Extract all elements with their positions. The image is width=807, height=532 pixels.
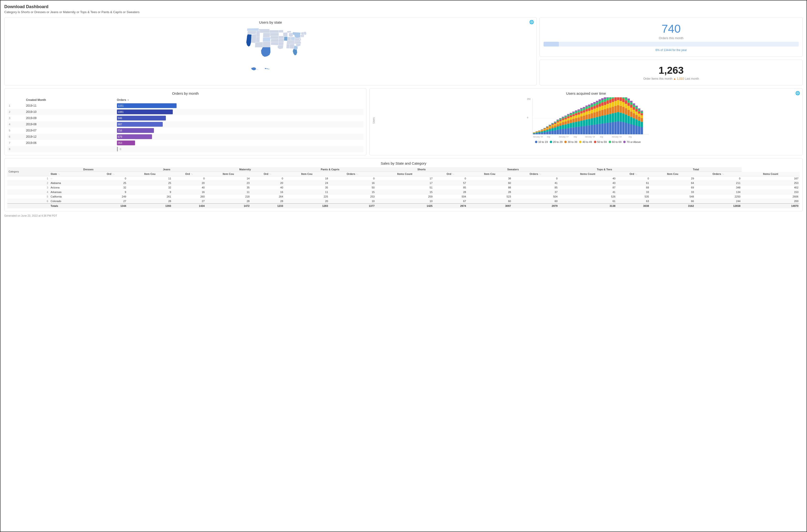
svg-rect-101 — [567, 120, 569, 124]
mat-items-header: Item Cou — [284, 172, 329, 176]
svg-rect-289 — [638, 121, 640, 127]
row-num: 6 — [7, 134, 24, 140]
svg-rect-255 — [625, 108, 627, 115]
svg-rect-96 — [564, 118, 567, 119]
svg-rect-196 — [601, 98, 603, 100]
svg-rect-114 — [572, 122, 575, 127]
y-axis-label: Users — [373, 97, 375, 144]
legend-item: 50 to 59 — [594, 140, 607, 144]
svg-rect-162 — [590, 125, 593, 134]
total-items-header: Items Count — [742, 172, 800, 176]
svg-rect-180 — [596, 105, 598, 108]
svg-text:January '17: January '17 — [559, 136, 569, 138]
svg-rect-204 — [606, 123, 609, 134]
order-bar-cell: 887 — [115, 121, 363, 127]
svg-rect-23 — [538, 132, 541, 133]
pants-items-header: Items Count — [376, 172, 434, 176]
svg-rect-99 — [567, 128, 569, 134]
svg-rect-79 — [559, 126, 561, 129]
state-cell: California — [50, 194, 94, 199]
svg-rect-171 — [593, 112, 596, 118]
svg-rect-29 — [541, 133, 543, 134]
users-over-time-card: Users acquired over time 🌐 Users 250 0 — [369, 88, 803, 155]
svg-rect-89 — [562, 118, 564, 120]
svg-rect-122 — [575, 118, 577, 122]
svg-rect-280 — [633, 103, 635, 105]
tops-ord-header: Ord ↑↓ — [617, 172, 650, 176]
svg-rect-213 — [609, 108, 611, 114]
svg-rect-183 — [598, 124, 601, 134]
svg-rect-153 — [585, 107, 588, 109]
order-items-card: 1,263 Order Items this month ▲ 1,010 Las… — [540, 60, 803, 86]
svg-rect-142 — [583, 120, 585, 126]
stats-column: 740 Orders this month 6% of 13444 for th… — [540, 17, 803, 86]
svg-rect-145 — [583, 110, 585, 113]
svg-rect-275 — [633, 118, 635, 125]
svg-rect-273 — [630, 101, 632, 102]
svg-rect-221 — [612, 102, 614, 107]
row-num: 8 — [7, 146, 24, 152]
svg-rect-140 — [580, 108, 582, 109]
svg-rect-87 — [562, 122, 564, 125]
svg-rect-195 — [601, 100, 603, 102]
svg-rect-147 — [583, 107, 585, 108]
order-month: 2019-06 — [24, 140, 115, 146]
svg-text:July: July — [574, 136, 577, 138]
svg-rect-156 — [588, 119, 590, 126]
svg-rect-164 — [590, 113, 593, 118]
svg-rect-177 — [596, 117, 598, 124]
svg-rect-108 — [569, 119, 572, 123]
svg-rect-65 — [554, 127, 556, 130]
svg-rect-43 — [546, 132, 548, 134]
svg-rect-254 — [625, 115, 627, 123]
order-bar-cell: 679 — [115, 134, 363, 140]
svg-rect-206 — [606, 108, 609, 115]
svg-text:January '19: January '19 — [612, 136, 622, 138]
order-bar-cell: 1081 — [115, 109, 363, 115]
svg-rect-144 — [583, 113, 585, 116]
mat-ord-header: Ord ↑↓ — [251, 172, 284, 176]
svg-rect-62 — [551, 124, 553, 124]
svg-rect-46 — [546, 128, 548, 129]
svg-rect-76 — [557, 120, 559, 121]
svg-rect-228 — [614, 101, 617, 106]
svg-rect-188 — [598, 101, 601, 103]
svg-rect-139 — [580, 109, 582, 111]
up-arrow-icon: ▲ — [673, 77, 677, 80]
footer-text: Generated on June 23, 2022 at 4:36 PM PD… — [4, 214, 803, 217]
state-cell: Alabama — [50, 181, 94, 185]
svg-rect-298 — [640, 115, 643, 118]
svg-rect-243 — [619, 97, 622, 101]
order-bar-cell: 716 — [115, 127, 363, 134]
tops-header: Tops & Tees — [559, 167, 650, 172]
sales-table-section: Sales by State and Category Category Dre… — [4, 158, 803, 211]
svg-rect-42 — [543, 128, 546, 128]
order-month: 2019-12 — [24, 134, 115, 140]
orders-chart-title: Orders by month — [7, 91, 363, 95]
svg-rect-186 — [598, 107, 601, 111]
svg-rect-70 — [554, 122, 556, 122]
svg-rect-214 — [609, 103, 611, 108]
pants-ord-header: Orders ↑↓ — [329, 172, 376, 176]
svg-rect-247 — [622, 113, 624, 122]
state-cell: Arizona — [50, 185, 94, 190]
svg-rect-125 — [575, 111, 577, 113]
legend-item: 10 to 19 — [535, 140, 548, 144]
svg-text:July: July — [547, 136, 550, 138]
svg-rect-173 — [593, 106, 596, 109]
order-month: 2019-07 — [24, 127, 115, 134]
svg-rect-222 — [612, 98, 614, 102]
svg-rect-212 — [609, 114, 611, 122]
svg-rect-277 — [633, 110, 635, 113]
svg-rect-13 — [533, 132, 535, 133]
svg-rect-53 — [549, 127, 551, 128]
row-num: 4 — [7, 121, 24, 127]
svg-rect-235 — [617, 100, 619, 105]
svg-rect-284 — [635, 112, 638, 115]
svg-rect-22 — [538, 133, 541, 134]
svg-rect-75 — [557, 121, 559, 122]
svg-rect-297 — [640, 118, 643, 122]
svg-rect-8 — [533, 134, 535, 134]
svg-rect-158 — [588, 111, 590, 114]
svg-rect-150 — [585, 115, 588, 119]
